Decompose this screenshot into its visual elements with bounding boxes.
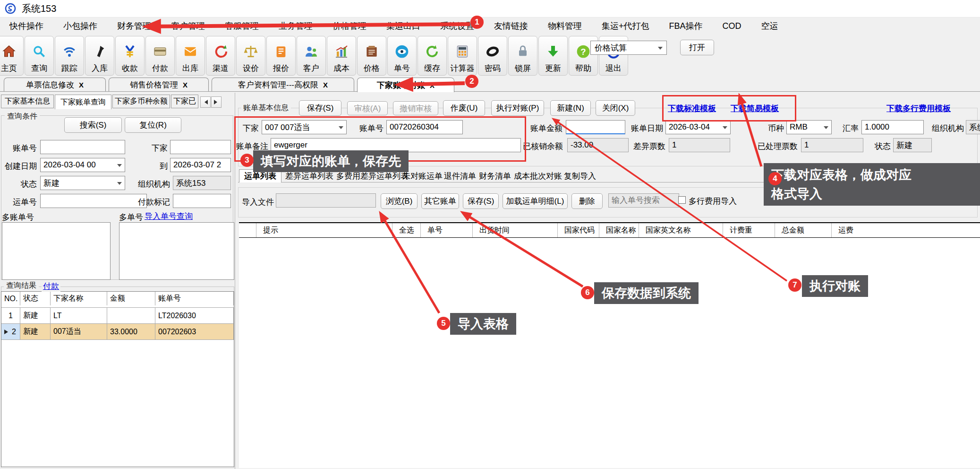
table-row-selected[interactable]: 2 新建 007适当 33.0000 007202603 [1,324,234,340]
menu-item-system-settings[interactable]: 系统设置 [440,20,474,32]
card-icon [153,44,168,61]
menu-item-materials[interactable]: 物料管理 [548,20,582,32]
menu-item-consolidation-pack[interactable]: 集运+代打包 [602,20,649,32]
save-import-button[interactable]: 保存(S) [463,193,499,209]
search-button[interactable]: 搜索(S) [64,117,122,133]
save-bill-button[interactable]: 保存(S) [299,100,341,116]
close-bill-button[interactable]: 关闭(X) [596,100,635,116]
left-tab-bill-query[interactable]: 下家账单查询 [55,95,111,109]
toolbar-price-button[interactable]: 价格 [357,36,386,76]
toolbar-track-button[interactable]: 跟踪 [55,36,84,76]
tooltip-fill-bill: 填写对应的账单，保存先 [253,150,409,172]
form-rate-input[interactable] [861,120,924,134]
refresh-icon [425,44,440,61]
toolbar-quote-button[interactable]: 报价 [266,36,296,76]
menu-item-price[interactable]: 价格管理 [332,20,366,32]
tab-scroll-left-button[interactable] [200,96,211,108]
envelope-icon [183,44,198,61]
tab-sales-price[interactable]: 销售价格管理X [109,78,209,91]
close-icon[interactable]: X [323,81,328,89]
left-tab-multicurrency-balance[interactable]: 下家多币种余额 [112,95,170,108]
downstream-input[interactable] [170,140,231,154]
menu-item-links[interactable]: 友情链接 [494,20,528,32]
toolbar-pay-button[interactable]: 付款 [145,36,175,76]
query-group-title: 查询条件 [5,112,40,122]
tab-ticket-info-edit[interactable]: 单票信息修改X [4,78,106,91]
tab-scroll-right-button[interactable] [211,96,222,108]
close-icon[interactable]: X [430,81,435,89]
other-bill-button[interactable]: 其它账单 [421,193,459,209]
toolbar-cache-button[interactable]: 缓存 [418,36,447,76]
download-multirow-template-link[interactable]: 下载多行费用模板 [886,103,951,114]
toolbar-outbound-button[interactable]: 出库 [176,36,205,76]
form-currency-select[interactable]: RMB [786,120,832,134]
date-to-select[interactable]: 2026-03-07 2 [170,158,231,172]
subtab-cost-batch[interactable]: 成本批次对账 [509,169,567,182]
form-amount-input[interactable] [566,120,625,134]
toolbar-trackingno-button[interactable]: 单号 [387,36,417,76]
col-status: 状态 [20,292,51,305]
toolbar-channel-button[interactable]: 渠道 [206,36,235,76]
form-written-off-field: -33.00 [567,138,629,152]
menu-item-packet[interactable]: 小包操作 [63,20,97,32]
void-button[interactable]: 作废(U) [443,100,485,116]
close-icon[interactable]: X [183,81,187,89]
toolbar-receive-button[interactable]: 收款 [115,36,145,76]
open-button[interactable]: 打开 [680,40,714,55]
toolbar-update-button[interactable]: 更新 [538,36,568,76]
menu-item-fba[interactable]: FBA操作 [669,20,703,32]
browse-button[interactable]: 浏览(B) [381,193,418,209]
quick-function-combo[interactable]: 价格试算 [590,41,667,55]
toolbar-password-button[interactable]: 密码 [478,36,507,76]
waybill-search-input[interactable] [608,193,679,208]
multi-fee-checkbox[interactable] [678,196,686,204]
status-label: 状态 [0,179,37,190]
close-icon[interactable]: X [79,81,84,89]
menu-item-consolidation-export[interactable]: 集运出口 [386,20,420,32]
status-select[interactable]: 新建 [40,176,125,190]
create-date-select[interactable]: 2026-03-04 00 [40,158,125,172]
bill-no-input[interactable] [40,140,125,154]
menu-item-customer[interactable]: 客户管理 [171,20,205,32]
tab-customer-data[interactable]: 客户资料管理---高权限X [212,78,354,91]
table-row[interactable]: 1 新建 LT LT2026030 [1,308,234,324]
menu-item-business[interactable]: 业务管理 [279,20,313,32]
multi-no-textarea[interactable] [119,222,234,280]
toolbar-calculator-button[interactable]: 计算器 [448,36,477,76]
toolbar-cost-button[interactable]: 成本 [327,36,356,76]
toolbar-lockscreen-button[interactable]: 锁屏 [508,36,537,76]
toolbar-setprice-button[interactable]: 设价 [236,36,265,76]
execute-reconcile-button[interactable]: 执行对账(P) [491,100,544,116]
pay-link[interactable]: 付款 [42,281,60,292]
result-table-header: NO. 状态 下家名称 金额 账单号 [1,292,234,308]
menu-item-express[interactable]: 快件操作 [9,20,43,32]
toolbar-inbound-button[interactable]: 入库 [85,36,114,76]
grid-col-select-all[interactable]: 全选 [392,223,421,237]
audit-button[interactable]: 审核(A) [347,101,388,115]
menu-item-air[interactable]: 空运 [761,20,778,32]
left-tab-downstream-more[interactable]: 下家已 [171,95,198,108]
toolbar-query-button[interactable]: 查询 [25,36,54,76]
form-date-select[interactable]: 2026-03-04 [665,120,731,134]
toolbar-customer-button[interactable]: 客户 [297,36,326,76]
pay-mark-input[interactable] [173,194,231,208]
form-amount-label: 账单金额 [521,123,562,134]
load-waybill-detail-button[interactable]: 加载运单明细(L) [503,193,568,209]
menu-item-service[interactable]: 客服管理 [225,20,259,32]
menu-item-finance[interactable]: 财务管理 [117,20,151,32]
multi-bill-textarea[interactable] [2,222,111,280]
delete-button[interactable]: 删除 [571,193,603,209]
cancel-audit-button[interactable]: 撤销审核 [393,101,438,115]
bill-group-title: 账单基本信息 [241,103,291,113]
import-no-query-link[interactable]: 导入单号查询 [145,211,193,222]
tab-downstream-bill-reconcile[interactable]: 下家账单对账X [357,78,454,92]
left-tab-downstream-info[interactable]: 下家基本信息 [1,95,54,108]
subtab-copy-import[interactable]: 复制导入 [559,169,601,182]
grid-col-tracking-no: 单号 [421,223,473,237]
new-bill-button[interactable]: 新建(N) [550,100,591,116]
reset-button[interactable]: 复位(R) [125,117,181,133]
menu-item-cod[interactable]: COD [723,21,741,31]
toolbar-home-button[interactable]: 主页 [0,36,24,76]
chevron-down-icon [117,182,122,187]
tooltip-execute-reconcile: 执行对账 [802,275,868,297]
